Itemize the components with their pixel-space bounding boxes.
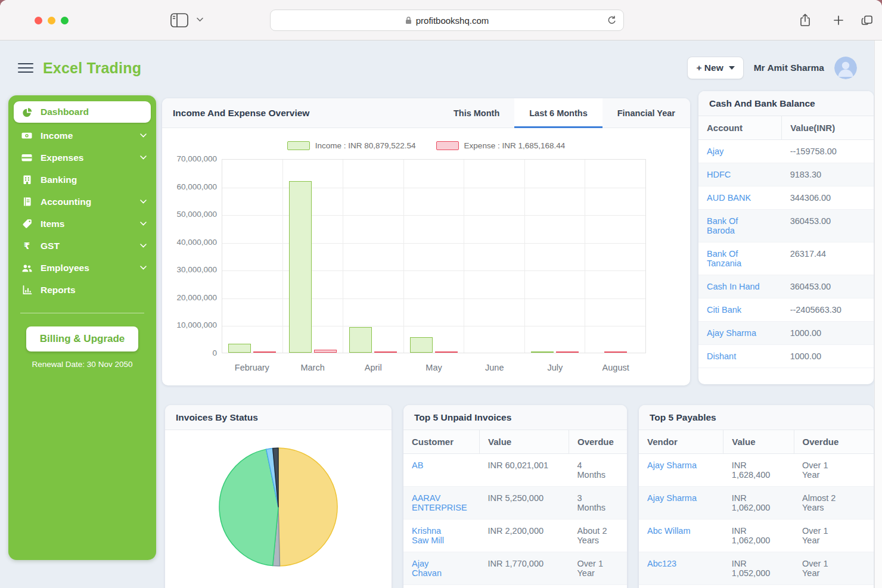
table-row: Ajay--159758.00: [698, 140, 874, 163]
bar-chart: 70,000,00060,000,00050,000,00040,000,000…: [162, 159, 690, 379]
scrollbar-track[interactable]: [874, 41, 882, 588]
chevron-down-icon: [140, 222, 147, 226]
sidebar-item-items[interactable]: Items: [8, 213, 156, 235]
table-row: Ajay SharmaINR 1,062,000Almost 2 Years: [639, 487, 874, 519]
table-row: Ajay ChavanINR 1,770,000Over 1 Year: [403, 552, 627, 585]
user-name[interactable]: Mr Amit Sharma: [754, 63, 824, 73]
vendor-link[interactable]: Abc123: [639, 552, 723, 585]
customer-link[interactable]: Ajay Chavan: [403, 552, 480, 585]
cell-value: About 2 Years: [569, 519, 628, 552]
tab-overview-icon[interactable]: [860, 14, 874, 27]
reload-icon[interactable]: [607, 15, 617, 28]
address-bar[interactable]: profitbookshq.com: [270, 10, 624, 31]
chevron-down-icon: [140, 155, 147, 160]
income-bar: [228, 344, 251, 353]
account-link[interactable]: Bank Of Baroda: [698, 210, 782, 242]
tag-icon: [20, 218, 33, 229]
chart-column-march: [283, 160, 344, 353]
cell-value: Over 1 Year: [794, 454, 874, 487]
cell-value: 1000.00: [782, 345, 874, 368]
bank-icon: [20, 174, 33, 185]
new-button[interactable]: + New: [687, 57, 743, 79]
share-icon[interactable]: [799, 13, 811, 27]
table-row: AARAV ENTERPRISEINR 5,250,0003 Months: [403, 487, 627, 519]
invoices-status-pie: [216, 444, 341, 570]
sidebar-item-banking[interactable]: Banking: [8, 169, 156, 191]
cell-value: 1000.00: [782, 322, 874, 345]
cash-balance-table: AccountValue(INR)Ajay--159758.00HDFC9183…: [698, 116, 874, 368]
table-row: Abc WillamINR 1,062,000Over 1 Year: [639, 519, 874, 552]
account-link[interactable]: AUD BANK: [698, 186, 782, 210]
x-tick-label: March: [282, 363, 343, 372]
chart-column-april: [343, 160, 404, 353]
income-bar: [531, 351, 554, 353]
chevron-down-icon[interactable]: [197, 17, 203, 22]
vendor-link[interactable]: Abc Willam: [639, 519, 723, 552]
cell-value: INR 1,062,000: [723, 519, 794, 552]
sidebar-item-dashboard[interactable]: Dashboard: [14, 101, 151, 123]
vendor-link[interactable]: Ajay Sharma: [639, 454, 723, 487]
x-tick-label: August: [585, 363, 646, 372]
new-tab-icon[interactable]: [833, 14, 844, 26]
table-row: Ajay Sharma1000.00: [698, 322, 874, 345]
cell-value: 4 Months: [569, 454, 628, 487]
cell-value: 3 Months: [569, 487, 628, 519]
y-tick-label: 20,000,000: [162, 293, 217, 302]
x-tick-label: June: [464, 363, 525, 372]
billing-upgrade-button[interactable]: Billing & Upgrade: [26, 326, 138, 351]
sidebar-item-gst[interactable]: ₹GST: [8, 235, 156, 257]
table-row: Citi Bank--2405663.30: [698, 298, 874, 322]
window-close-button[interactable]: [35, 17, 42, 24]
customer-link[interactable]: AARAV ENTERPRISE: [403, 487, 480, 519]
cell-value: INR 1,770,000: [480, 552, 569, 585]
account-link[interactable]: HDFC: [698, 163, 782, 186]
payables-table: VendorValueOverdueAjay SharmaINR 1,628,4…: [639, 430, 874, 585]
sidebar-item-accounting[interactable]: Accounting: [8, 191, 156, 213]
column-header-value: Value: [480, 430, 569, 454]
rupee-icon: ₹: [20, 241, 33, 251]
x-tick-label: February: [222, 363, 282, 372]
customer-link[interactable]: Krishna Saw Mill: [403, 519, 480, 552]
account-link[interactable]: Bank Of Tanzania: [698, 242, 782, 275]
tab-this-month[interactable]: This Month: [439, 98, 514, 128]
chart-column-august: [585, 160, 645, 353]
sidebar-item-expenses[interactable]: Expenses: [8, 147, 156, 169]
sidebar-item-income[interactable]: Income: [8, 125, 156, 147]
tab-last-6-months[interactable]: Last 6 Months: [514, 98, 602, 128]
hamburger-menu-icon[interactable]: [18, 63, 33, 73]
account-link[interactable]: Citi Bank: [698, 298, 782, 322]
invoices-by-status-card: Invoices By Status: [165, 405, 392, 588]
cell-value: 360453.00: [782, 275, 874, 298]
browser-window: profitbookshq.com Excel Trading + New: [0, 0, 882, 588]
account-link[interactable]: Ajay: [698, 140, 782, 163]
expense-bar: [314, 350, 337, 353]
sidebar-item-reports[interactable]: Reports: [8, 279, 156, 301]
column-header-vendor: Vendor: [639, 430, 723, 454]
window-minimize-button[interactable]: [48, 17, 55, 24]
cell-value: 9183.30: [782, 163, 874, 186]
chart-column-may: [404, 160, 465, 353]
legend-item-income: Income : INR 80,879,522.54: [287, 141, 416, 150]
expense-bar: [435, 351, 458, 353]
customer-link[interactable]: AB: [403, 454, 480, 487]
tab-financial-year[interactable]: Financial Year: [603, 98, 690, 128]
table-row: Abc123INR 1,052,000Over 1 Year: [639, 552, 874, 585]
caret-down-icon: [729, 66, 735, 70]
window-zoom-button[interactable]: [61, 17, 69, 24]
x-axis-labels: FebruaryMarchAprilMayJuneJulyAugust: [222, 363, 646, 372]
legend-swatch: [287, 141, 310, 150]
people-icon: [20, 263, 33, 273]
legend-item-expense: Expense : INR 1,685,168.44: [436, 141, 566, 150]
legend-label: Income : INR 80,879,522.54: [315, 141, 416, 150]
income-bar: [410, 337, 433, 353]
account-link[interactable]: Ajay Sharma: [698, 322, 782, 345]
vendor-link[interactable]: Ajay Sharma: [639, 487, 723, 519]
sidebar-item-label: Income: [41, 130, 73, 141]
sidebar-item-employees[interactable]: Employees: [8, 257, 156, 279]
sidebar-toggle-icon[interactable]: [170, 13, 188, 27]
dashboard-page: Excel Trading + New Mr Amit Sharma Dashb…: [0, 41, 882, 588]
account-link[interactable]: Cash In Hand: [698, 275, 782, 298]
account-link[interactable]: Dishant: [698, 345, 782, 368]
cell-value: 26317.44: [782, 242, 874, 275]
avatar[interactable]: [834, 57, 857, 79]
